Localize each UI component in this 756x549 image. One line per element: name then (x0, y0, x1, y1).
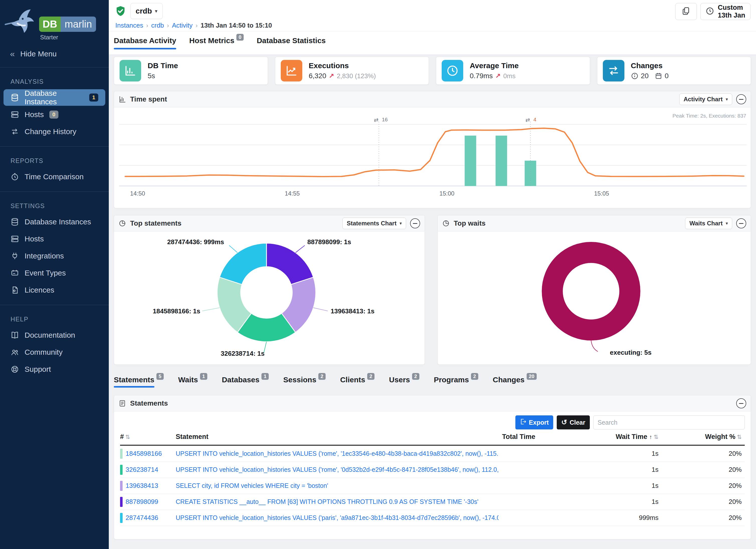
breadcrumb: Instances › crdb › Activity › 13th Jan 1… (115, 22, 272, 29)
section-title-help: HELP (11, 316, 109, 323)
sidebar-item-support[interactable]: Support (4, 361, 105, 378)
search-input[interactable] (593, 415, 745, 429)
export-button[interactable]: Export (515, 415, 553, 429)
statement-id-link[interactable]: 139638413 (126, 482, 158, 490)
info-icon (631, 72, 638, 80)
sidebar-item-database-instances[interactable]: Database Instances 1 (4, 89, 105, 106)
col-header-weight[interactable]: Weight %⇅ (661, 433, 745, 441)
sidebar: DBmarlin Starter « Hide Menu ANALYSIS Da… (0, 0, 109, 549)
tab-waits[interactable]: Waits1 (178, 376, 207, 388)
count-badge: 2 (367, 373, 374, 380)
tab-statements[interactable]: Statements5 (114, 376, 164, 388)
tab-sessions[interactable]: Sessions2 (283, 376, 326, 388)
statement-sql-link[interactable]: UPSERT INTO vehicle_location_histories V… (176, 466, 499, 473)
sidebar-item-time-comparison[interactable]: Time Comparison (4, 168, 105, 185)
breadcrumb-instances[interactable]: Instances (115, 22, 143, 29)
sidebar-item-event-types[interactable]: Event Types (4, 265, 105, 281)
sort-icon: ⇅ (737, 434, 742, 440)
statement-id-link[interactable]: 287474436 (126, 514, 158, 522)
collapse-panel-button[interactable] (736, 218, 746, 228)
donut-label: 1845898166: 1s (153, 307, 200, 315)
licence-doc-icon (11, 286, 19, 294)
top-statements-panel: Top statements Statements Chart ▾ 287474… (114, 215, 425, 365)
col-header-id[interactable]: #⇅ (120, 433, 176, 441)
plug-icon (11, 252, 19, 260)
sidebar-item-label: Support (25, 365, 51, 374)
sidebar-item-change-history[interactable]: Change History (4, 123, 105, 140)
swap-arrows-icon (603, 60, 624, 81)
breadcrumb-activity[interactable]: Activity (172, 22, 193, 29)
copy-link-button[interactable] (675, 3, 697, 20)
svg-text:15:00: 15:00 (439, 190, 454, 197)
statement-id-link[interactable]: 326238714 (126, 466, 158, 474)
card-title: Executions (309, 61, 376, 70)
panel-title: Time spent (130, 95, 167, 103)
collapse-panel-button[interactable] (736, 94, 746, 104)
detail-tabs: Statements5 Waits1 Databases1 Sessions2 … (114, 376, 751, 388)
table-row: 139638413 SELECT city, id FROM vehicles … (120, 478, 745, 494)
tab-databases[interactable]: Databases1 (222, 376, 269, 388)
weight-value: 20% (661, 450, 745, 457)
page-tabs: Database Activity Host Metrics0 Database… (109, 31, 756, 55)
tab-users[interactable]: Users2 (389, 376, 419, 388)
statement-sql-link[interactable]: CREATE STATISTICS __auto__ FROM [63] WIT… (176, 498, 478, 505)
col-header-wait-time[interactable]: Wait Time↑⇅ (556, 433, 661, 441)
collapse-panel-button[interactable] (736, 398, 746, 408)
statement-sql-link[interactable]: SELECT city, id FROM vehicles WHERE city… (176, 482, 328, 489)
sort-icon: ⇅ (125, 434, 130, 440)
breadcrumb-crdb[interactable]: crdb (151, 22, 164, 29)
tab-changes[interactable]: Changes20 (493, 376, 537, 388)
sidebar-item-label: Event Types (25, 269, 66, 277)
statement-color-chip (120, 513, 123, 523)
statement-sql-link[interactable]: UPSERT INTO vehicle_location_histories V… (176, 514, 499, 521)
time-range-button[interactable]: Custom 13th Jan (700, 3, 750, 20)
brand-logo: DBmarlin Starter (0, 0, 109, 42)
tab-database-activity[interactable]: Database Activity (114, 36, 176, 49)
table-header-row: #⇅ Statement Total Time Wait Time↑⇅ Weig… (120, 433, 745, 446)
table-row: 887898099 CREATE STATISTICS __auto__ FRO… (120, 494, 745, 510)
sidebar-item-settings-hosts[interactable]: Hosts (4, 231, 105, 247)
sidebar-item-settings-database-instances[interactable]: Database Instances (4, 214, 105, 230)
sidebar-item-integrations[interactable]: Integrations (4, 248, 105, 264)
count-badge: 20 (527, 373, 537, 380)
sidebar-item-label: Hosts (25, 110, 44, 119)
panel-title: Statements (130, 399, 168, 407)
export-icon (520, 418, 526, 426)
sidebar-item-community[interactable]: Community (4, 344, 105, 360)
waits-chart-select[interactable]: Waits Chart ▾ (685, 218, 732, 229)
activity-chart-select[interactable]: Activity Chart ▾ (679, 94, 732, 105)
col-header-total-time[interactable]: Total Time (499, 433, 556, 441)
tab-host-metrics[interactable]: Host Metrics0 (189, 36, 244, 49)
sidebar-item-hosts[interactable]: Hosts 0 (4, 106, 105, 123)
wait-time-value: 1s (556, 498, 661, 506)
card-executions: Executions 6,320 ↗ 2,830 (123%) (275, 57, 429, 85)
clock-icon (442, 60, 463, 81)
statement-id-link[interactable]: 887898099 (126, 498, 158, 506)
hide-menu-button[interactable]: « Hide Menu (0, 42, 109, 65)
tab-programs[interactable]: Programs2 (434, 376, 478, 388)
people-icon (11, 348, 19, 356)
clear-button[interactable]: ↺ Clear (557, 415, 590, 429)
topbar: crdb ▾ Instances › crdb › Activity › 13t… (109, 0, 756, 31)
tab-database-statistics[interactable]: Database Statistics (257, 36, 326, 49)
donut-label: 139638413: 1s (331, 307, 374, 315)
caret-down-icon: ▾ (726, 97, 728, 102)
statement-sql-link[interactable]: UPSERT INTO vehicle_location_histories V… (176, 450, 499, 457)
chart-icon (119, 96, 126, 103)
sidebar-item-label: Time Comparison (25, 172, 84, 181)
sidebar-item-label: Community (25, 348, 63, 356)
swap-arrows-icon (11, 127, 19, 136)
statement-id-link[interactable]: 1845898166 (126, 450, 162, 457)
count-badge: 0 (49, 111, 58, 119)
sort-icon: ⇅ (654, 434, 658, 440)
tab-clients[interactable]: Clients2 (340, 376, 374, 388)
col-header-statement[interactable]: Statement (176, 433, 499, 441)
statement-color-chip (120, 465, 123, 475)
statements-chart-select[interactable]: Statements Chart ▾ (342, 218, 406, 229)
statement-color-chip (120, 449, 123, 459)
instance-selector[interactable]: crdb ▾ (130, 3, 163, 19)
sidebar-item-licences[interactable]: Licences (4, 282, 105, 298)
sidebar-item-documentation[interactable]: Documentation (4, 327, 105, 343)
sidebar-item-label: Hosts (25, 235, 44, 243)
collapse-panel-button[interactable] (410, 218, 420, 228)
